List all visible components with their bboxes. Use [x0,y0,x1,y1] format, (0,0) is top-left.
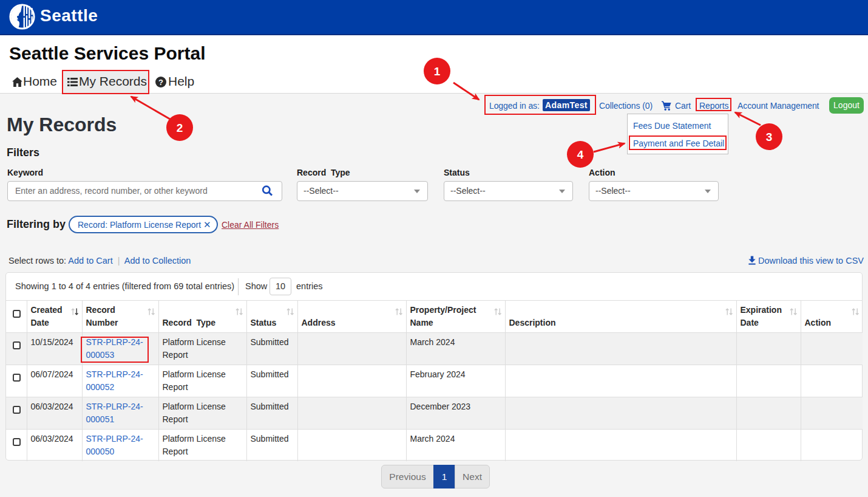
svg-text:?: ? [158,78,163,87]
